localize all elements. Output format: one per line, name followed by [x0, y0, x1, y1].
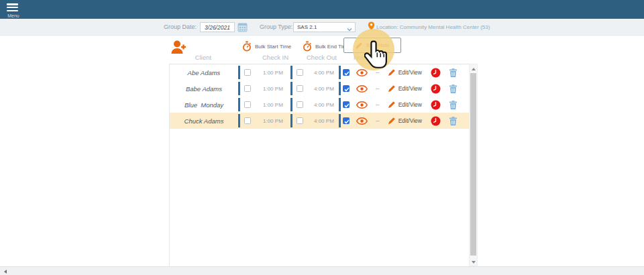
eye-icon[interactable]: [356, 85, 368, 93]
pencil-icon: [388, 117, 396, 125]
check-in-cell: 1:00 PM: [238, 97, 290, 113]
client-name: Babe Adams: [170, 80, 238, 97]
menu-button[interactable]: Menu: [4, 2, 23, 18]
group-date-input[interactable]: [200, 22, 235, 32]
bulk-start-time-button[interactable]: Bulk Start Time: [242, 41, 291, 52]
edit-view-label: Edit/View: [398, 69, 422, 76]
edit-view-button[interactable]: Edit/View: [388, 68, 422, 76]
check-in-time: 1:00 PM: [263, 118, 283, 124]
column-divider-bar: [238, 98, 240, 111]
table-row: Blue Monday 1:00 PM 4:00 PM: [170, 97, 470, 113]
column-header-check-out: Check Out: [307, 54, 337, 61]
column-header-note-time: Note Time: [354, 54, 382, 61]
column-header-check-in: Check IN: [262, 54, 288, 61]
edit-view-button[interactable]: Edit/View: [388, 117, 422, 125]
check-in-checkbox[interactable]: [244, 69, 251, 76]
column-divider-bar: [290, 66, 292, 79]
note-cell: -- Edit/View: [339, 64, 470, 80]
note-cell: -- Edit/View: [339, 80, 470, 97]
note-dash: --: [376, 69, 380, 76]
check-in-checkbox[interactable]: [244, 101, 251, 108]
check-out-time: 4:00 PM: [314, 118, 334, 124]
client-name: Chuck Adams: [170, 113, 238, 129]
note-checkbox[interactable]: [343, 101, 350, 108]
clock-icon[interactable]: [431, 100, 441, 110]
stopwatch-icon: [242, 41, 252, 52]
note-cell: -- Edit/View: [339, 97, 470, 113]
horizontal-scrollbar[interactable]: [0, 266, 644, 275]
clock-icon[interactable]: [431, 68, 441, 78]
calendar-icon[interactable]: [237, 22, 248, 32]
check-out-checkbox[interactable]: [297, 85, 303, 92]
hamburger-icon: [7, 3, 18, 12]
column-divider-bar: [339, 114, 341, 127]
eye-icon[interactable]: [356, 117, 368, 125]
scroll-up-arrow[interactable]: [472, 68, 476, 70]
check-out-checkbox[interactable]: [297, 69, 303, 76]
menu-label: Menu: [4, 13, 23, 18]
scroll-left-arrow[interactable]: [4, 270, 7, 274]
check-in-cell: 1:00 PM: [238, 113, 290, 129]
check-out-time: 4:00 PM: [314, 86, 334, 92]
edit-view-label: Edit/View: [398, 117, 422, 124]
column-divider-bar: [339, 66, 341, 79]
edit-view-button[interactable]: Edit/View: [388, 101, 422, 109]
table-row: Babe Adams 1:00 PM 4:00 PM: [170, 80, 470, 97]
group-type-label: Group Type:: [260, 19, 292, 36]
bulk-end-time-button[interactable]: Bulk End Time: [303, 41, 350, 52]
chevron-down-icon: [347, 25, 352, 34]
check-in-checkbox[interactable]: [244, 117, 251, 124]
check-out-time: 4:00 PM: [314, 70, 334, 76]
check-out-checkbox[interactable]: [297, 117, 303, 124]
note-dash: --: [376, 117, 380, 124]
check-in-checkbox[interactable]: [244, 85, 251, 92]
group-type-value: SAS 2.1: [297, 24, 317, 30]
scroll-down-arrow[interactable]: [472, 261, 476, 264]
bulk-note-button[interactable]: Bulk Note: [343, 38, 401, 53]
group-type-select[interactable]: SAS 2.1: [293, 22, 356, 32]
location-pin-icon: [368, 21, 375, 34]
eye-icon[interactable]: [356, 101, 368, 109]
column-divider-bar: [238, 82, 240, 95]
note-checkbox[interactable]: [343, 85, 350, 92]
vertical-scrollbar[interactable]: [469, 64, 478, 266]
check-out-cell: 4:00 PM: [290, 113, 339, 129]
group-date-label: Group Date:: [164, 19, 197, 36]
edit-view-label: Edit/View: [398, 85, 422, 92]
column-header-client: Client: [169, 54, 237, 61]
note-cell: -- Edit/View: [339, 113, 470, 129]
bulk-start-time-label: Bulk Start Time: [255, 44, 291, 50]
trash-icon[interactable]: [449, 116, 458, 126]
client-attendance-table: Abe Adams 1:00 PM 4:00 PM: [169, 64, 469, 266]
trash-icon[interactable]: [449, 68, 458, 78]
trash-icon[interactable]: [449, 100, 458, 110]
eye-icon[interactable]: [356, 69, 368, 76]
app-window: Menu Group Date: Group Type: SAS 2.1: [0, 0, 644, 275]
top-navigation-bar: Menu: [0, 0, 644, 19]
table-row: Abe Adams 1:00 PM 4:00 PM: [170, 64, 470, 80]
pencil-icon: [388, 101, 396, 109]
clock-icon[interactable]: [431, 116, 441, 126]
column-divider-bar: [290, 82, 292, 95]
check-in-cell: 1:00 PM: [238, 80, 290, 97]
column-divider-bar: [290, 98, 292, 111]
stopwatch-icon: [303, 41, 312, 52]
vertical-scrollbar-thumb[interactable]: [470, 73, 476, 256]
pencil-icon: [388, 68, 396, 76]
check-in-time: 1:00 PM: [263, 102, 283, 108]
session-toolbar: Group Date: Group Type: SAS 2.1: [0, 19, 644, 36]
edit-view-button[interactable]: Edit/View: [388, 85, 422, 93]
table-row: Chuck Adams 1:00 PM 4:00 PM: [170, 113, 470, 129]
check-in-time: 1:00 PM: [263, 86, 283, 92]
note-checkbox[interactable]: [343, 117, 350, 124]
client-name: Abe Adams: [170, 64, 238, 80]
trash-icon[interactable]: [449, 84, 458, 94]
check-in-cell: 1:00 PM: [238, 64, 290, 80]
column-divider-bar: [339, 98, 341, 111]
check-out-checkbox[interactable]: [297, 101, 303, 108]
pencil-icon: [355, 42, 363, 50]
edit-view-label: Edit/View: [398, 101, 422, 108]
note-checkbox[interactable]: [343, 69, 350, 76]
column-divider-bar: [238, 66, 240, 79]
clock-icon[interactable]: [431, 84, 441, 94]
